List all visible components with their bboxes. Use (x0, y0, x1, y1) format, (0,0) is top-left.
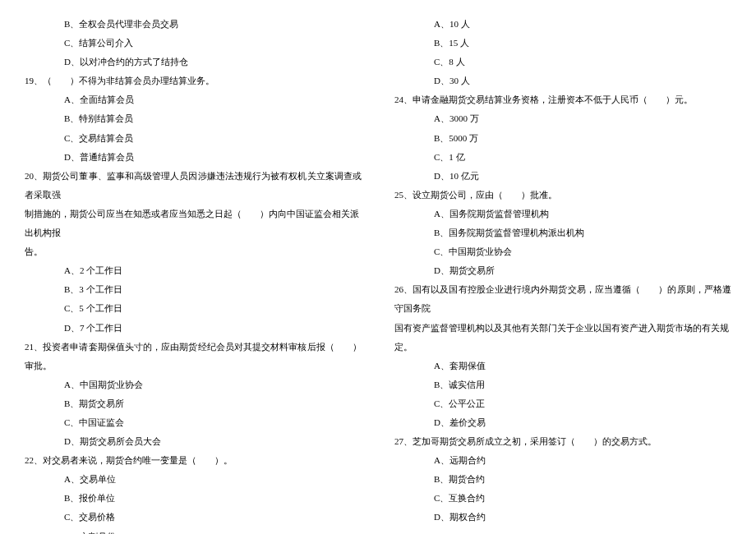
q21-option-d: D、期货交易所会员大会 (64, 432, 362, 451)
left-column: B、全权会员代理非会员交易 C、结算公司介入 D、以对冲合约的方式了结持仓 19… (25, 15, 362, 534)
q26-option-a: A、套期保值 (434, 357, 731, 375)
q22-option-a: A、交易单位 (64, 470, 362, 489)
q24-option-a: A、3000 万 (434, 109, 731, 128)
q20-stem-line2: 制措施的，期货公司应当在知悉或者应当知悉之日起（ ）内向中国证监会相关派出机构报 (25, 205, 362, 242)
q20-stem-line1: 20、期货公司董事、监事和高级管理人员因涉嫌违法违规行为被有权机关立案调查或者采… (25, 167, 362, 205)
q27-stem: 27、芝加哥期货交易所成立之初，采用签订（ ）的交易方式。 (394, 432, 731, 451)
q23-option-b: B、15 人 (434, 34, 731, 53)
q23-option-d: D、30 人 (434, 71, 731, 90)
q22-stem: 22、对交易者来说，期货合约唯一变量是（ ）。 (25, 451, 362, 470)
q26-option-c: C、公平公正 (434, 394, 731, 413)
right-column: A、10 人 B、15 人 C、8 人 D、30 人 24、申请金融期货交易结算… (394, 15, 731, 534)
q26-option-b: B、诚实信用 (434, 375, 731, 394)
q26-stem-line2: 国有资产监督管理机构以及其他有关部门关于企业以国有资产进入期货市场的有关规定。 (394, 319, 731, 357)
q21-option-b: B、期货交易所 (64, 394, 362, 413)
q26-option-d: D、差价交易 (434, 413, 731, 432)
q25-option-b: B、国务院期货监督管理机构派出机构 (434, 223, 731, 242)
q18-option-c: C、结算公司介入 (64, 34, 362, 53)
q20-option-d: D、7 个工作日 (64, 319, 362, 338)
q25-option-d: D、期货交易所 (434, 261, 731, 280)
q25-stem: 25、设立期货公司，应由（ ）批准。 (394, 186, 731, 205)
q24-option-d: D、10 亿元 (434, 167, 731, 186)
q20-option-b: B、3 个工作日 (64, 280, 362, 299)
q23-option-c: C、8 人 (434, 53, 731, 71)
q24-stem: 24、申请金融期货交易结算业务资格，注册资本不低于人民币（ ）元。 (394, 90, 731, 109)
q24-option-b: B、5000 万 (434, 129, 731, 148)
q20-option-a: A、2 个工作日 (64, 261, 362, 280)
q27-option-a: A、远期合约 (434, 451, 731, 470)
q22-option-c: C、交易价格 (64, 508, 362, 527)
q18-option-d: D、以对冲合约的方式了结持仓 (64, 53, 362, 71)
q19-stem: 19、（ ）不得为非结算会员办理结算业务。 (25, 71, 362, 90)
q20-stem-line3: 告。 (25, 242, 362, 261)
q21-stem: 21、投资者申请套期保值头寸的，应由期货经纪会员对其提交材料审核后报（ ）审批。 (25, 338, 362, 375)
q18-option-b: B、全权会员代理非会员交易 (64, 15, 362, 34)
q23-option-a: A、10 人 (434, 15, 731, 34)
q19-option-c: C、交易结算会员 (64, 129, 362, 148)
q21-option-a: A、中国期货业协会 (64, 375, 362, 394)
q19-option-a: A、全面结算会员 (64, 90, 362, 109)
q27-option-d: D、期权合约 (434, 508, 731, 527)
q25-option-c: C、中国期货业协会 (434, 242, 731, 261)
q20-option-c: C、5 个工作日 (64, 299, 362, 318)
q22-option-d: D、交割月份 (64, 527, 362, 534)
q24-option-c: C、1 亿 (434, 148, 731, 167)
q27-option-b: B、期货合约 (434, 470, 731, 489)
q25-option-a: A、国务院期货监督管理机构 (434, 205, 731, 223)
q22-option-b: B、报价单位 (64, 489, 362, 508)
q21-option-c: C、中国证监会 (64, 413, 362, 432)
content-columns: B、全权会员代理非会员交易 C、结算公司介入 D、以对冲合约的方式了结持仓 19… (25, 15, 731, 534)
q27-option-c: C、互换合约 (434, 489, 731, 508)
q26-stem-line1: 26、国有以及国有控股企业进行境内外期货交易，应当遵循（ ）的原则，严格遵守国务… (394, 280, 731, 318)
q19-option-b: B、特别结算会员 (64, 109, 362, 128)
q19-option-d: D、普通结算会员 (64, 148, 362, 167)
